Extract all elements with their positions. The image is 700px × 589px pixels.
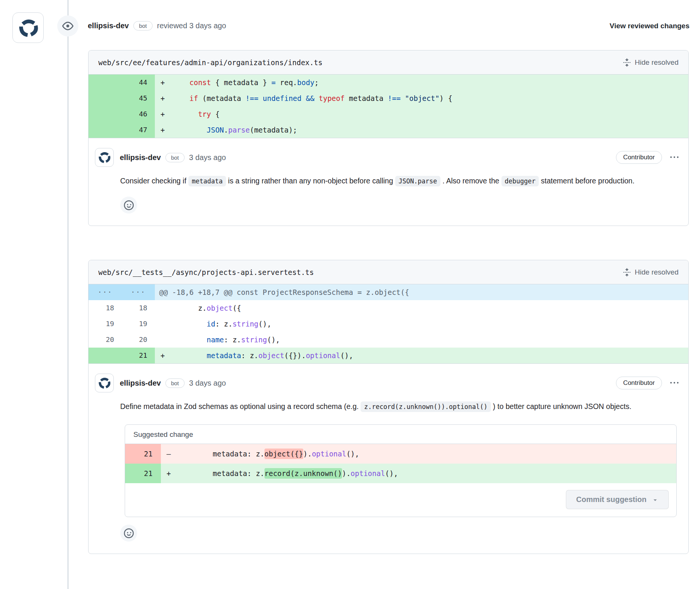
hunk-text: @@ -18,6 +18,7 @@ const ProjectResponseS… [155, 284, 688, 300]
fold-icon [623, 58, 631, 67]
code-line: name: z.string(), [172, 332, 688, 348]
comment-header: ellipsis-dev bot 3 days ago Contributor [95, 148, 679, 167]
ellipsis-logo-icon [98, 376, 111, 390]
code-line: JSON.parse(metadata); [172, 122, 688, 138]
code-line: metadata: z.object({}).optional(), [178, 444, 676, 464]
code-line: metadata: z.record(z.unknown()).optional… [178, 464, 676, 483]
commit-suggestion-label: Commit suggestion [576, 495, 647, 504]
diff-line-added: 47+ JSON.parse(metadata); [89, 122, 688, 138]
diff-block: ······ @@ -18,6 +18,7 @@ const ProjectRe… [89, 284, 688, 364]
diff-sign [155, 332, 172, 348]
hunk-gutter-dots: ··· [89, 284, 122, 300]
diff-line-context: 2020 name: z.string(), [89, 332, 688, 348]
diff-line-added: 44+ const { metadata } = req.body; [89, 75, 688, 90]
smiley-icon [124, 528, 134, 538]
old-line-number: 19 [89, 316, 122, 332]
ellipsis-logo-icon [17, 17, 39, 39]
diff-sign: + [155, 348, 172, 363]
comment-author-link[interactable]: ellipsis-dev [120, 153, 161, 162]
fold-icon [623, 268, 631, 276]
old-line-number [89, 348, 122, 363]
line-number: 21 [125, 444, 161, 464]
triangle-down-icon [652, 496, 659, 503]
bot-badge: bot [165, 153, 185, 162]
old-line-number: 20 [89, 332, 122, 348]
line-number: 21 [125, 464, 161, 483]
timeline-rail [67, 0, 69, 589]
diff-sign [155, 300, 172, 316]
review-comment: ellipsis-dev bot 3 days ago Contributor … [89, 138, 688, 226]
hide-resolved-button[interactable]: Hide resolved [623, 58, 679, 67]
code-line: if (metadata !== undefined && typeof met… [172, 90, 688, 106]
diff-sign: – [161, 444, 178, 464]
smiley-icon [124, 200, 134, 210]
avatar[interactable] [12, 12, 44, 43]
diff-line-added: 46+ try { [89, 106, 688, 122]
old-line-number [89, 75, 122, 90]
bot-badge: bot [165, 378, 185, 388]
hide-resolved-label: Hide resolved [635, 58, 679, 67]
ellipsis-logo-icon [98, 151, 111, 164]
code-line: z.object({ [172, 300, 688, 316]
add-reaction-button[interactable] [120, 197, 137, 214]
hide-resolved-label: Hide resolved [635, 268, 679, 276]
diff-line-added: 21+ metadata: z.object({}).optional(), [89, 348, 688, 363]
new-line-number: 20 [122, 332, 155, 348]
diff-sign [155, 316, 172, 332]
review-thread-card-1: web/src/ee/features/admin-api/organizati… [88, 50, 689, 226]
hunk-gutter-dots: ··· [122, 284, 155, 300]
suggestion-addition-line: 21+ metadata: z.record(z.unknown()).opti… [125, 464, 676, 483]
comment-body: Consider checking if metadata is a strin… [120, 173, 679, 189]
new-line-number: 46 [122, 106, 155, 122]
avatar[interactable] [95, 148, 114, 167]
review-author-link[interactable]: ellipsis-dev [88, 21, 129, 30]
comment-timestamp-link[interactable]: 3 days ago [189, 379, 226, 388]
file-header: web/src/__tests__/async/projects-api.ser… [89, 260, 688, 284]
view-reviewed-changes-link[interactable]: View reviewed changes [610, 22, 689, 30]
new-line-number: 47 [122, 122, 155, 138]
hide-resolved-button[interactable]: Hide resolved [623, 268, 679, 276]
suggestion-footer: Commit suggestion [125, 483, 676, 517]
new-line-number: 19 [122, 316, 155, 332]
diff-sign: + [161, 464, 178, 483]
code-line: id: z.string(), [172, 316, 688, 332]
suggestion-deletion-line: 21– metadata: z.object({}).optional(), [125, 444, 676, 464]
diff-sign: + [155, 75, 172, 90]
diff-sign: + [155, 90, 172, 106]
file-path-link[interactable]: web/src/__tests__/async/projects-api.ser… [98, 268, 314, 276]
diff-sign: + [155, 106, 172, 122]
diff-line-context: 1818 z.object({ [89, 300, 688, 316]
comment-options-button[interactable] [670, 153, 679, 162]
diff-sign: + [155, 122, 172, 138]
kebab-horizontal-icon [670, 379, 679, 387]
code-line: try { [172, 106, 688, 122]
new-line-number: 18 [122, 300, 155, 316]
contributor-badge: Contributor [616, 377, 662, 389]
comment-body: Define metadata in Zod schemas as option… [120, 398, 679, 415]
comment-header: ellipsis-dev bot 3 days ago Contributor [95, 374, 679, 392]
review-header: ellipsis-dev bot reviewed 3 days ago [88, 21, 226, 31]
eye-icon [62, 20, 73, 32]
comment-timestamp-link[interactable]: 3 days ago [189, 153, 226, 162]
review-eye-badge [57, 15, 78, 37]
review-thread-card-2: web/src/__tests__/async/projects-api.ser… [88, 260, 689, 554]
review-comment: ellipsis-dev bot 3 days ago Contributor … [89, 364, 688, 554]
old-line-number: 18 [89, 300, 122, 316]
bot-badge: bot [133, 21, 153, 31]
code-line: const { metadata } = req.body; [172, 75, 688, 90]
comment-author-link[interactable]: ellipsis-dev [120, 379, 161, 388]
avatar[interactable] [95, 374, 114, 392]
new-line-number: 45 [122, 90, 155, 106]
file-path-link[interactable]: web/src/ee/features/admin-api/organizati… [98, 58, 322, 67]
review-action-text: reviewed 3 days ago [157, 21, 226, 30]
comment-options-button[interactable] [670, 379, 679, 387]
old-line-number [89, 122, 122, 138]
kebab-horizontal-icon [670, 153, 679, 162]
new-line-number: 21 [122, 348, 155, 363]
commit-suggestion-button[interactable]: Commit suggestion [566, 490, 669, 509]
diff-line-added: 45+ if (metadata !== undefined && typeof… [89, 90, 688, 106]
new-line-number: 44 [122, 75, 155, 90]
suggested-change-title: Suggested change [125, 425, 676, 444]
old-line-number [89, 90, 122, 106]
add-reaction-button[interactable] [120, 525, 137, 542]
